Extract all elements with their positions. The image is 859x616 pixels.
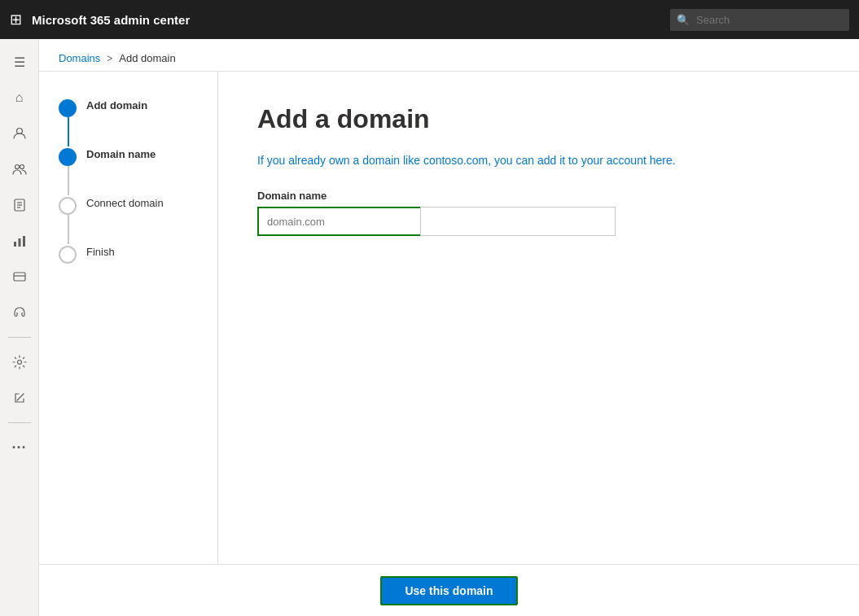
content-area: Domains > Add domain Add domain Domain n… bbox=[39, 39, 859, 616]
svg-rect-8 bbox=[18, 238, 20, 247]
sidebar-item-roles[interactable] bbox=[3, 189, 36, 221]
sidebar-item-groups[interactable] bbox=[3, 153, 36, 186]
domain-name-label: Domain name bbox=[257, 190, 820, 202]
form-title: Add a domain bbox=[257, 104, 820, 134]
sidebar-item-support[interactable] bbox=[3, 296, 36, 329]
waffle-icon[interactable]: ⊞ bbox=[10, 11, 22, 28]
connector-2 bbox=[68, 166, 69, 195]
app-title: Microsoft 365 admin center bbox=[32, 13, 670, 27]
svg-rect-10 bbox=[14, 273, 25, 281]
step-finish: Finish bbox=[59, 244, 198, 264]
domain-name-input[interactable] bbox=[257, 207, 420, 236]
sidebar-divider-1 bbox=[8, 337, 31, 338]
footer-bar: Use this domain bbox=[39, 564, 859, 616]
step-dot-connect-domain bbox=[59, 197, 77, 215]
sidebar-item-billing[interactable] bbox=[3, 260, 36, 293]
breadcrumb-domains-link[interactable]: Domains bbox=[59, 52, 100, 64]
stepper-panel: Add domain Domain name Connect domain bbox=[39, 72, 218, 564]
sidebar-item-setup[interactable] bbox=[3, 382, 36, 414]
page-body: Add domain Domain name Connect domain bbox=[39, 72, 859, 564]
breadcrumb: Domains > Add domain bbox=[39, 39, 859, 72]
topbar: ⊞ Microsoft 365 admin center 🔍 bbox=[0, 0, 859, 39]
use-this-domain-button[interactable]: Use this domain bbox=[380, 576, 517, 605]
form-description: If you already own a domain like contoso… bbox=[257, 154, 820, 167]
step-dot-finish bbox=[59, 246, 77, 264]
domain-suffix-input[interactable] bbox=[420, 207, 616, 236]
svg-rect-7 bbox=[14, 242, 16, 247]
sidebar-item-settings[interactable] bbox=[3, 346, 36, 378]
step-domain-name: Domain name bbox=[59, 146, 198, 166]
search-icon: 🔍 bbox=[677, 14, 690, 26]
svg-point-1 bbox=[15, 165, 19, 169]
form-area: Add a domain If you already own a domain… bbox=[218, 72, 859, 564]
connector-1 bbox=[68, 117, 69, 146]
sidebar: ☰ ⌂ bbox=[0, 39, 39, 616]
step-label-finish: Finish bbox=[86, 244, 115, 258]
step-label-connect-domain: Connect domain bbox=[86, 195, 164, 209]
breadcrumb-separator: > bbox=[107, 53, 112, 64]
connector-3 bbox=[68, 215, 69, 244]
search-wrapper: 🔍 bbox=[670, 9, 849, 31]
sidebar-item-users[interactable] bbox=[3, 117, 36, 150]
sidebar-item-home[interactable]: ⌂ bbox=[3, 81, 36, 114]
svg-point-12 bbox=[17, 360, 21, 365]
sidebar-menu-toggle[interactable]: ☰ bbox=[3, 46, 36, 78]
breadcrumb-current: Add domain bbox=[119, 52, 175, 64]
domain-input-row bbox=[257, 207, 820, 236]
sidebar-item-reports[interactable] bbox=[3, 225, 36, 257]
sidebar-item-more[interactable]: ··· bbox=[3, 431, 36, 464]
step-connect-domain: Connect domain bbox=[59, 195, 198, 215]
step-dot-add-domain bbox=[59, 99, 77, 117]
sidebar-divider-2 bbox=[8, 422, 31, 423]
step-label-add-domain: Add domain bbox=[86, 98, 147, 111]
search-input[interactable] bbox=[670, 9, 849, 31]
step-dot-domain-name bbox=[59, 148, 77, 166]
step-add-domain: Add domain bbox=[59, 98, 198, 117]
main-layout: ☰ ⌂ bbox=[0, 39, 859, 616]
svg-point-2 bbox=[20, 165, 24, 169]
svg-rect-9 bbox=[23, 236, 25, 247]
step-label-domain-name: Domain name bbox=[86, 146, 156, 160]
